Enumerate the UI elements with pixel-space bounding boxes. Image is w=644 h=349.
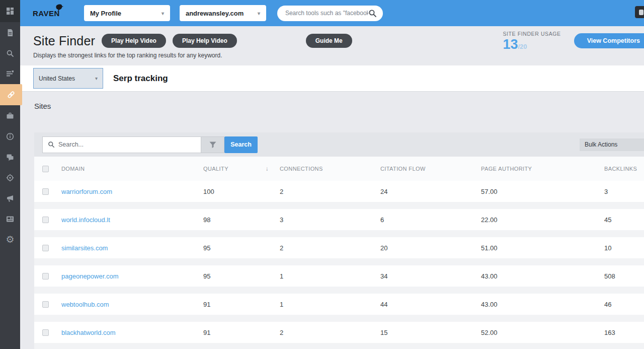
sidebar-item-links-active[interactable] <box>0 84 22 105</box>
page-authority-cell: 43.00 <box>481 301 604 308</box>
chevron-down-icon: ▾ <box>258 11 260 16</box>
page-authority-cell: 57.00 <box>481 188 604 195</box>
domain-link[interactable]: blackhatworld.com <box>61 329 116 336</box>
backlinks-cell: 508 <box>604 272 644 280</box>
raven-logo[interactable]: RAVEN <box>33 10 60 17</box>
backlinks-cell: 3 <box>604 188 644 195</box>
bulk-actions-dropdown[interactable]: Bulk Actions ▾ <box>580 138 644 151</box>
quality-cell: 98 <box>203 216 280 224</box>
domain-link[interactable]: similarsites.com <box>61 244 108 252</box>
sidebar-item-rankings[interactable] <box>0 63 20 84</box>
citation-flow-cell: 20 <box>380 244 481 252</box>
newspaper-icon <box>6 215 14 223</box>
sidebar-item-reports[interactable] <box>0 22 20 43</box>
row-checkbox[interactable] <box>42 245 49 251</box>
column-header-connections[interactable]: CONNECTIONS <box>280 166 380 172</box>
row-checkbox[interactable] <box>42 217 49 223</box>
domain-link[interactable]: world.infocloud.lt <box>61 216 110 224</box>
domain-link[interactable]: webtoolhub.com <box>61 301 109 308</box>
quality-cell: 95 <box>203 244 280 252</box>
filter-button[interactable] <box>201 136 224 153</box>
table-toolbar: Search Bulk Actions ▾ <box>34 132 644 157</box>
row-checkbox[interactable] <box>42 301 49 308</box>
backlinks-cell: 163 <box>604 329 644 336</box>
sidebar: ⚙ <box>0 0 20 349</box>
sidebar-item-content[interactable] <box>0 208 20 229</box>
column-header-domain[interactable]: DOMAIN <box>61 166 203 172</box>
sidebar-item-research[interactable] <box>0 43 20 63</box>
search-button[interactable]: Search <box>224 136 258 153</box>
briefcase-icon <box>6 112 14 120</box>
dashboard-icon <box>6 7 14 15</box>
domain-dropdown[interactable]: andrewansley.com ▾ <box>180 5 266 21</box>
table-row: similarsites.com 95 2 20 51.00 10 <box>34 237 644 258</box>
profile-dropdown-value: My Profile <box>90 10 121 17</box>
citation-flow-cell: 6 <box>380 216 481 224</box>
country-dropdown[interactable]: United States ▾ <box>33 68 103 89</box>
page-authority-cell: 51.00 <box>481 244 604 252</box>
sidebar-item-portfolio[interactable] <box>0 105 20 126</box>
backlinks-cell: 45 <box>604 216 644 224</box>
info-icon <box>6 132 14 141</box>
citation-flow-cell: 44 <box>380 301 481 308</box>
report-icon <box>6 29 14 37</box>
chevron-down-icon: ▾ <box>95 76 98 81</box>
column-header-quality[interactable]: QUALITY <box>203 166 228 172</box>
table-body: warriorforum.com 100 2 24 57.00 3 world.… <box>34 181 644 349</box>
raven-bird-icon <box>54 4 64 15</box>
citation-flow-cell: 34 <box>380 272 481 280</box>
table-row: warriorforum.com 100 2 24 57.00 3 <box>34 181 644 202</box>
search-icon[interactable] <box>368 9 377 18</box>
play-help-video-button-2[interactable]: Play Help Video <box>173 34 237 48</box>
domain-dropdown-value: andrewansley.com <box>186 10 244 17</box>
profile-dropdown[interactable]: My Profile ▾ <box>84 5 170 21</box>
column-header-citation-flow[interactable]: CITATION FLOW <box>380 166 481 172</box>
chat-icon <box>6 153 14 161</box>
usage-label: SITE FINDER USAGE <box>503 31 560 37</box>
country-dropdown-value: United States <box>39 75 75 82</box>
page-title: Site Finder <box>33 34 95 48</box>
target-icon <box>6 174 14 182</box>
table-row: blackhatworld.com 91 2 15 52.00 163 <box>34 322 644 343</box>
connections-cell: 2 <box>280 329 380 336</box>
page-authority-cell: 22.00 <box>481 216 604 224</box>
sites-table: Search Bulk Actions ▾ DOMAIN QUALITY ↓ C… <box>34 132 644 349</box>
select-all-checkbox[interactable] <box>42 166 49 172</box>
topbar-corner-icon[interactable] <box>635 6 644 18</box>
column-header-backlinks[interactable]: BACKLINKS <box>604 166 644 172</box>
megaphone-icon <box>6 194 14 202</box>
sidebar-item-announcements[interactable] <box>0 188 20 208</box>
domain-link[interactable]: pageonepower.com <box>61 272 118 280</box>
usage-widget: SITE FINDER USAGE 13/20 <box>503 31 560 51</box>
sites-section-title: Sites <box>34 102 644 115</box>
chevron-down-icon: ▾ <box>162 11 164 16</box>
table-search-input[interactable] <box>58 141 201 148</box>
sidebar-item-targeting[interactable] <box>0 167 20 188</box>
sidebar-item-settings[interactable]: ⚙ <box>0 229 20 250</box>
sidebar-item-dashboard[interactable] <box>0 0 20 22</box>
connections-cell: 2 <box>280 244 380 252</box>
filter-funnel-icon <box>209 142 216 148</box>
guide-me-button[interactable]: Guide Me <box>306 34 352 48</box>
sidebar-item-info[interactable] <box>0 126 20 147</box>
row-checkbox[interactable] <box>42 329 49 336</box>
tool-search <box>277 6 383 21</box>
topbar: RAVEN My Profile ▾ andrewansley.com ▾ <box>20 0 644 26</box>
row-checkbox[interactable] <box>42 188 49 195</box>
tool-search-input[interactable] <box>285 10 368 17</box>
play-help-video-button-1[interactable]: Play Help Video <box>102 34 166 48</box>
citation-flow-cell: 15 <box>380 329 481 336</box>
connections-cell: 1 <box>280 272 380 280</box>
search-icon <box>48 141 55 148</box>
quality-cell: 91 <box>203 301 280 308</box>
quality-cell: 100 <box>203 188 280 195</box>
connections-cell: 2 <box>280 188 380 195</box>
page-subtitle: Displays the strongest links for the top… <box>33 52 644 59</box>
domain-link[interactable]: warriorforum.com <box>61 188 112 195</box>
row-checkbox[interactable] <box>42 273 49 280</box>
view-competitors-button[interactable]: View Competitors <box>574 33 644 48</box>
column-header-page-authority[interactable]: PAGE AUTHORITY <box>481 166 604 172</box>
sidebar-item-messages[interactable] <box>0 147 20 167</box>
sort-desc-icon[interactable]: ↓ <box>266 165 269 172</box>
serp-tracking-bar: United States ▾ Serp tracking <box>20 65 644 92</box>
